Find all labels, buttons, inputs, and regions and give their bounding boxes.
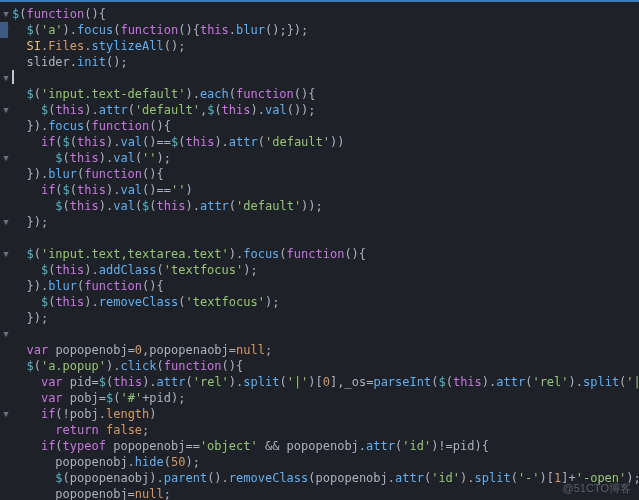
code-line[interactable]: slider.init(); (12, 54, 639, 70)
code-line[interactable]: $(this).addClass('textfocus'); (12, 262, 639, 278)
code-area[interactable]: $(function(){ $('a').focus(function(){th… (12, 2, 639, 500)
code-line[interactable]: }).focus(function(){ (12, 118, 639, 134)
gutter-blank (0, 262, 12, 278)
gutter-blank (0, 422, 12, 438)
code-editor: ▼▼▼▼▼▼▼▼▼ $(function(){ $('a').focus(fun… (0, 2, 639, 500)
text-cursor (12, 70, 14, 84)
code-line[interactable]: if($(this).val()==$(this).attr('default'… (12, 134, 639, 150)
code-line[interactable]: return false; (12, 422, 639, 438)
code-line[interactable]: $(this).val($(this).attr('default')); (12, 198, 639, 214)
code-line[interactable]: if(typeof popopenobj=='object' && popope… (12, 438, 639, 454)
gutter-blank (0, 342, 12, 358)
gutter-blank (0, 134, 12, 150)
fold-toggle-icon[interactable]: ▼ (0, 150, 12, 166)
code-line[interactable]: SI.Files.stylizeAll(); (12, 38, 639, 54)
code-line[interactable]: }); (12, 310, 639, 326)
fold-toggle-icon[interactable]: ▼ (0, 246, 12, 262)
code-line[interactable]: if(!pobj.length) (12, 406, 639, 422)
fold-toggle-icon[interactable]: ▼ (0, 326, 12, 342)
code-line[interactable]: $(this).attr('default',$(this).val()); (12, 102, 639, 118)
code-line[interactable]: var pobj=$('#'+pid); (12, 390, 639, 406)
code-line[interactable]: $('a').focus(function(){this.blur();}); (12, 22, 639, 38)
fold-toggle-icon[interactable]: ▼ (0, 214, 12, 230)
fold-toggle-icon[interactable]: ▼ (0, 70, 12, 86)
gutter-blank (0, 294, 12, 310)
code-line[interactable] (12, 326, 639, 342)
selection-highlight (0, 22, 8, 38)
code-line[interactable]: }).blur(function(){ (12, 166, 639, 182)
gutter-blank (0, 230, 12, 246)
code-line[interactable]: }).blur(function(){ (12, 278, 639, 294)
gutter-blank (0, 198, 12, 214)
fold-toggle-icon[interactable]: ▼ (0, 406, 12, 422)
code-line[interactable]: $(function(){ (12, 6, 639, 22)
fold-toggle-icon[interactable]: ▼ (0, 6, 12, 22)
gutter-blank (0, 166, 12, 182)
code-line[interactable]: popopenobj=null; (12, 486, 639, 500)
fold-gutter: ▼▼▼▼▼▼▼▼▼ (0, 2, 12, 500)
code-line[interactable]: var pid=$(this).attr('rel').split('|')[0… (12, 374, 639, 390)
gutter-blank (0, 438, 12, 454)
fold-toggle-icon[interactable]: ▼ (0, 102, 12, 118)
gutter-blank (0, 470, 12, 486)
gutter-blank (0, 118, 12, 134)
gutter-blank (0, 358, 12, 374)
gutter-blank (0, 486, 12, 500)
gutter-blank (0, 310, 12, 326)
code-line[interactable] (12, 70, 639, 86)
code-line[interactable]: }); (12, 214, 639, 230)
code-line[interactable]: popopenobj.hide(50); (12, 454, 639, 470)
code-line[interactable]: var popopenobj=0,popopenaobj=null; (12, 342, 639, 358)
gutter-blank (0, 374, 12, 390)
code-line[interactable] (12, 230, 639, 246)
gutter-blank (0, 86, 12, 102)
code-line[interactable]: $(this).val(''); (12, 150, 639, 166)
code-line[interactable]: $('input.text-default').each(function(){ (12, 86, 639, 102)
gutter-blank (0, 182, 12, 198)
code-line[interactable]: $(this).removeClass('textfocus'); (12, 294, 639, 310)
gutter-blank (0, 278, 12, 294)
code-line[interactable]: $(popopenaobj).parent().removeClass(popo… (12, 470, 639, 486)
gutter-blank (0, 54, 12, 70)
watermark: @51CTO博客 (563, 481, 631, 496)
gutter-blank (0, 390, 12, 406)
code-line[interactable]: $('a.popup').click(function(){ (12, 358, 639, 374)
gutter-blank (0, 454, 12, 470)
gutter-blank (0, 38, 12, 54)
code-line[interactable]: if($(this).val()=='') (12, 182, 639, 198)
code-line[interactable]: $('input.text,textarea.text').focus(func… (12, 246, 639, 262)
